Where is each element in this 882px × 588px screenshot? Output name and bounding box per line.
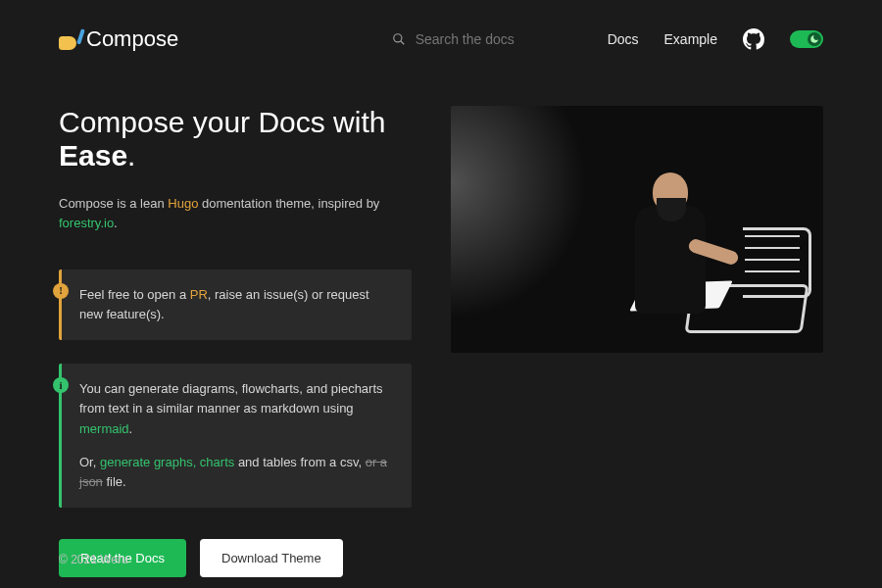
info-icon: i bbox=[53, 377, 69, 393]
svg-point-0 bbox=[393, 34, 401, 42]
main-content: Compose your Docs with Ease. Compose is … bbox=[59, 106, 823, 577]
nav-links: Docs Example bbox=[608, 28, 823, 50]
hugo-link[interactable]: Hugo bbox=[168, 196, 198, 211]
search-input[interactable] bbox=[416, 31, 553, 47]
search-box[interactable] bbox=[392, 31, 568, 47]
download-theme-button[interactable]: Download Theme bbox=[200, 539, 343, 577]
page-subtitle: Compose is a lean Hugo domentation theme… bbox=[59, 194, 412, 232]
footer-copyright: © 2021 Weru bbox=[59, 553, 128, 566]
forestry-link[interactable]: forestry.io bbox=[59, 216, 114, 230]
nav-docs[interactable]: Docs bbox=[608, 31, 639, 47]
top-header: Compose Docs Example bbox=[59, 0, 823, 78]
exclamation-icon: ! bbox=[53, 283, 69, 299]
theme-toggle[interactable] bbox=[790, 30, 823, 48]
brand-logo[interactable]: Compose bbox=[59, 26, 178, 52]
page-title: Compose your Docs with Ease. bbox=[59, 106, 412, 172]
mermaid-link[interactable]: mermaid bbox=[79, 421, 129, 436]
graphs-link[interactable]: generate graphs, charts bbox=[100, 455, 234, 469]
search-icon bbox=[392, 32, 406, 46]
moon-icon bbox=[808, 32, 821, 46]
github-icon[interactable] bbox=[743, 28, 764, 50]
hero-image bbox=[451, 106, 823, 353]
nav-example[interactable]: Example bbox=[664, 31, 717, 47]
compose-icon bbox=[59, 28, 80, 50]
callout-warning: ! Feel free to open a PR, raise an issue… bbox=[59, 270, 412, 340]
svg-line-1 bbox=[400, 41, 404, 45]
callout-info: i You can generate diagrams, flowcharts,… bbox=[59, 364, 412, 508]
brand-name: Compose bbox=[86, 26, 178, 52]
pr-link[interactable]: PR bbox=[190, 287, 208, 302]
